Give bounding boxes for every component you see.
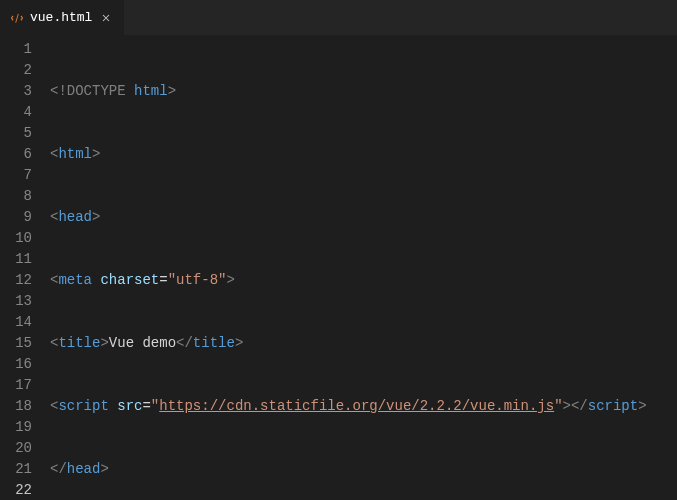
code-line: <!DOCTYPE html> xyxy=(50,81,677,102)
code-editor[interactable]: 12345678910111213141516171819202122 <!DO… xyxy=(0,35,677,500)
line-number: 3 xyxy=(0,81,32,102)
line-number-gutter: 12345678910111213141516171819202122 xyxy=(0,39,50,500)
line-number: 18 xyxy=(0,396,32,417)
code-line: <title>Vue demo</title> xyxy=(50,333,677,354)
line-number: 15 xyxy=(0,333,32,354)
line-number: 7 xyxy=(0,165,32,186)
html-file-icon xyxy=(10,11,24,25)
tab-label: vue.html xyxy=(30,10,92,25)
line-number: 16 xyxy=(0,354,32,375)
tab-bar: vue.html xyxy=(0,0,677,35)
code-line: </head> xyxy=(50,459,677,480)
line-number: 13 xyxy=(0,291,32,312)
line-number: 6 xyxy=(0,144,32,165)
line-number: 10 xyxy=(0,228,32,249)
line-number: 5 xyxy=(0,123,32,144)
code-line: <script src="https://cdn.staticfile.org/… xyxy=(50,396,677,417)
close-icon[interactable] xyxy=(98,10,114,26)
line-number: 14 xyxy=(0,312,32,333)
line-number: 17 xyxy=(0,375,32,396)
code-content[interactable]: <!DOCTYPE html> <html> <head> <meta char… xyxy=(50,39,677,500)
line-number: 11 xyxy=(0,249,32,270)
line-number: 8 xyxy=(0,186,32,207)
code-line: <head> xyxy=(50,207,677,228)
line-number: 1 xyxy=(0,39,32,60)
line-number: 20 xyxy=(0,438,32,459)
line-number: 21 xyxy=(0,459,32,480)
line-number: 9 xyxy=(0,207,32,228)
line-number: 4 xyxy=(0,102,32,123)
tab-vue-html[interactable]: vue.html xyxy=(0,0,125,35)
code-line: <meta charset="utf-8"> xyxy=(50,270,677,291)
line-number: 12 xyxy=(0,270,32,291)
code-line: <html> xyxy=(50,144,677,165)
line-number: 22 xyxy=(0,480,32,500)
line-number: 2 xyxy=(0,60,32,81)
line-number: 19 xyxy=(0,417,32,438)
